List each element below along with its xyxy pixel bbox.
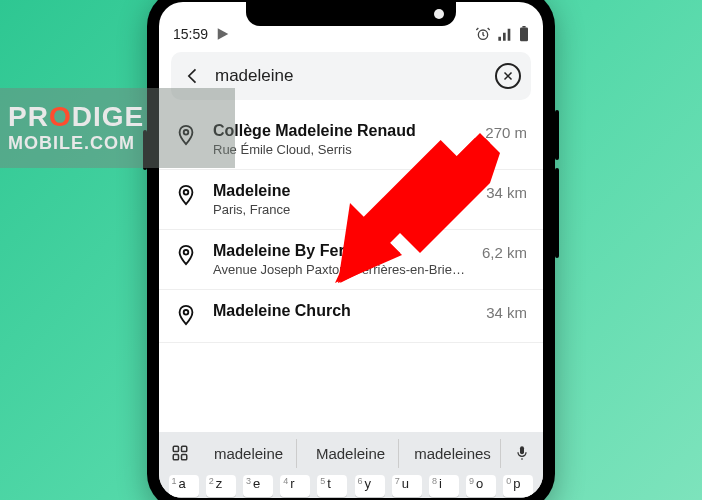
svg-point-3 — [184, 130, 189, 135]
search-bar — [171, 52, 531, 100]
svg-rect-1 — [520, 28, 528, 42]
svg-rect-9 — [173, 455, 178, 460]
svg-rect-10 — [182, 455, 187, 460]
suggestion-item[interactable]: madeleines — [405, 439, 501, 468]
play-store-icon — [216, 27, 230, 41]
keyboard-key[interactable]: 8i — [429, 475, 459, 497]
phone-side-button — [555, 110, 559, 160]
result-distance: 270 m — [485, 124, 527, 141]
phone-side-button — [143, 130, 147, 170]
phone-side-button — [555, 168, 559, 258]
location-pin-icon — [175, 124, 199, 150]
result-subtitle: Avenue Joseph Paxton, Ferrières-en-Brie,… — [213, 262, 468, 277]
search-results: Collège Madeleine Renaud Rue Émile Cloud… — [159, 100, 543, 343]
keyboard-key[interactable]: 2z — [206, 475, 236, 497]
result-distance: 6,2 km — [482, 244, 527, 261]
keyboard-top-row: 1a 2z 3e 4r 5t 6y 7u 8i 9o 0p — [159, 474, 543, 498]
result-distance: 34 km — [486, 184, 527, 201]
alarm-icon — [475, 26, 491, 42]
keyboard-suggestion-bar: madeleine Madeleine madeleines — [159, 432, 543, 474]
search-input[interactable] — [215, 66, 485, 86]
svg-point-5 — [184, 250, 189, 255]
result-subtitle: Paris, France — [213, 202, 472, 217]
result-distance: 34 km — [486, 304, 527, 321]
status-time: 15:59 — [173, 26, 208, 42]
svg-point-6 — [184, 310, 189, 315]
keyboard-key[interactable]: 7u — [392, 475, 422, 497]
watermark-o: O — [49, 101, 72, 132]
keyboard-key[interactable]: 3e — [243, 475, 273, 497]
watermark-text: DIGE — [72, 101, 144, 132]
signal-icon — [497, 27, 513, 41]
back-button[interactable] — [181, 64, 205, 88]
svg-point-4 — [184, 190, 189, 195]
watermark-text: PR — [8, 101, 49, 132]
search-result-item[interactable]: Madeleine By Ferrières Avenue Joseph Pax… — [159, 230, 543, 290]
phone-notch — [246, 2, 456, 26]
location-pin-icon — [175, 184, 199, 210]
result-subtitle: Rue Émile Cloud, Serris — [213, 142, 471, 157]
location-pin-icon — [175, 244, 199, 270]
result-title: Madeleine By Ferrières — [213, 242, 468, 260]
search-result-item[interactable]: Collège Madeleine Renaud Rue Émile Cloud… — [159, 110, 543, 170]
microphone-icon[interactable] — [507, 438, 537, 468]
phone-screen: 15:59 — [159, 2, 543, 498]
keyboard-key[interactable]: 5t — [317, 475, 347, 497]
search-result-item[interactable]: Madeleine Church 34 km — [159, 290, 543, 343]
search-result-item[interactable]: Madeleine Paris, France 34 km — [159, 170, 543, 230]
result-title: Collège Madeleine Renaud — [213, 122, 471, 140]
keyboard-key[interactable]: 0p — [503, 475, 533, 497]
location-pin-icon — [175, 304, 199, 330]
clear-search-button[interactable] — [495, 63, 521, 89]
apps-grid-icon[interactable] — [165, 438, 195, 468]
keyboard-key[interactable]: 4r — [280, 475, 310, 497]
keyboard-key[interactable]: 6y — [355, 475, 385, 497]
svg-rect-2 — [522, 26, 525, 28]
phone-frame: 15:59 — [147, 0, 555, 500]
battery-icon — [519, 26, 529, 42]
svg-rect-7 — [173, 446, 178, 451]
keyboard-key[interactable]: 1a — [169, 475, 199, 497]
keyboard-key[interactable]: 9o — [466, 475, 496, 497]
suggestion-item[interactable]: madeleine — [201, 439, 297, 468]
svg-rect-8 — [182, 446, 187, 451]
result-title: Madeleine — [213, 182, 472, 200]
result-title: Madeleine Church — [213, 302, 472, 320]
suggestion-item[interactable]: Madeleine — [303, 439, 399, 468]
